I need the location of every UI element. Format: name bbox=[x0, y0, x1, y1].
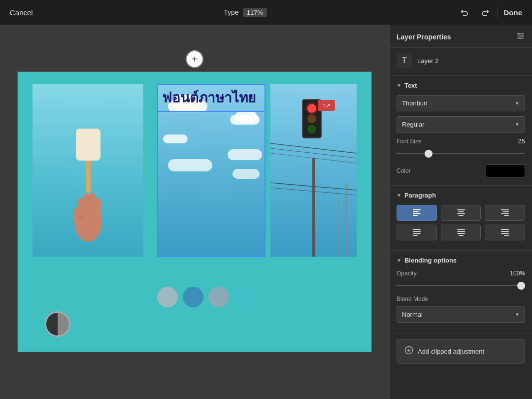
layer-name: Layer 2 bbox=[417, 57, 438, 65]
blend-mode-dropdown[interactable]: Normal ▼ bbox=[397, 306, 525, 323]
text-chevron-icon: ▼ bbox=[397, 83, 401, 88]
panel-settings-button[interactable] bbox=[516, 32, 525, 42]
paragraph-section-title: Paragraph bbox=[404, 192, 436, 199]
svg-point-19 bbox=[519, 37, 521, 39]
font-style-value: Regular bbox=[402, 121, 425, 128]
svg-rect-43 bbox=[504, 235, 509, 236]
color-swatch[interactable] bbox=[486, 165, 525, 177]
svg-rect-30 bbox=[501, 213, 509, 214]
opacity-row: Opacity 100% bbox=[397, 270, 525, 277]
undo-button[interactable] bbox=[458, 5, 472, 19]
right-panel: Layer Properties T Layer 2 ▼ Text bbox=[389, 25, 532, 399]
blend-mode-label-row: Blend Mode bbox=[397, 296, 525, 302]
svg-rect-31 bbox=[504, 215, 509, 216]
font-size-row: Font Size 25 bbox=[397, 137, 525, 145]
done-button[interactable]: Done bbox=[504, 8, 523, 17]
font-style-dropdown[interactable]: Regular ▼ bbox=[397, 116, 525, 133]
svg-rect-23 bbox=[413, 215, 418, 216]
blending-section-title: Blending options bbox=[404, 257, 457, 264]
separator bbox=[498, 6, 498, 18]
redo-button[interactable] bbox=[478, 5, 492, 19]
color-dot-4[interactable] bbox=[234, 287, 255, 307]
canvas-inner: + bbox=[18, 72, 371, 352]
color-dots bbox=[157, 287, 255, 307]
blend-mode-value: Normal bbox=[402, 311, 423, 318]
text-section-header[interactable]: ▼ Text bbox=[397, 82, 525, 89]
font-style-arrow-icon: ▼ bbox=[515, 122, 520, 127]
thai-text-overlay[interactable]: ฟอนต์ภาษาไทย bbox=[157, 84, 266, 112]
align-left-button[interactable] bbox=[397, 205, 437, 221]
paragraph-section-header[interactable]: ▼ Paragraph bbox=[397, 192, 525, 199]
svg-rect-20 bbox=[413, 209, 421, 210]
svg-rect-26 bbox=[457, 213, 465, 214]
opacity-slider[interactable] bbox=[397, 281, 525, 291]
svg-rect-21 bbox=[413, 211, 419, 212]
align-justify-right-button[interactable] bbox=[485, 225, 525, 240]
svg-point-6 bbox=[95, 198, 101, 215]
svg-point-17 bbox=[518, 33, 520, 34]
color-dot-2[interactable] bbox=[183, 287, 203, 307]
align-row-2 bbox=[397, 225, 525, 240]
opacity-value: 100% bbox=[510, 270, 525, 277]
color-row: Color bbox=[397, 165, 525, 177]
color-dot-1[interactable] bbox=[157, 287, 178, 307]
svg-rect-25 bbox=[458, 211, 464, 212]
layer-icon: T bbox=[402, 56, 407, 65]
add-clipped-button[interactable]: Add clipped adjustment bbox=[397, 339, 525, 364]
align-justify-left-button[interactable] bbox=[397, 225, 437, 240]
align-row-1 bbox=[397, 205, 525, 221]
layer-thumbnail: T bbox=[397, 53, 412, 68]
font-family-value: Thonburi bbox=[402, 100, 427, 107]
paragraph-chevron-icon: ▼ bbox=[397, 193, 401, 198]
color-label: Color bbox=[397, 167, 411, 174]
align-justify-center-button[interactable] bbox=[441, 225, 481, 240]
svg-point-7 bbox=[73, 208, 80, 222]
svg-point-18 bbox=[522, 35, 523, 37]
svg-rect-40 bbox=[501, 229, 509, 230]
svg-rect-34 bbox=[413, 233, 421, 234]
blend-mode-arrow-icon: ▼ bbox=[515, 312, 520, 317]
font-size-slider-track bbox=[397, 153, 525, 154]
svg-rect-27 bbox=[459, 215, 464, 216]
svg-rect-24 bbox=[457, 209, 465, 210]
svg-point-8 bbox=[78, 215, 84, 219]
panel-title: Layer Properties bbox=[397, 33, 451, 41]
layer-row: T Layer 2 bbox=[390, 48, 532, 76]
plus-icon: + bbox=[192, 54, 198, 65]
blending-chevron-icon: ▼ bbox=[397, 258, 401, 263]
cancel-button[interactable]: Cancel bbox=[10, 8, 33, 17]
svg-rect-39 bbox=[459, 235, 464, 236]
svg-rect-28 bbox=[501, 209, 509, 210]
color-picker-circle[interactable] bbox=[45, 311, 70, 337]
align-center-button[interactable] bbox=[441, 205, 481, 221]
opacity-slider-track bbox=[397, 285, 525, 286]
canvas[interactable]: + bbox=[17, 71, 372, 352]
topbar-left: Cancel bbox=[10, 8, 33, 17]
svg-rect-29 bbox=[503, 211, 509, 212]
svg-rect-35 bbox=[413, 235, 418, 236]
zoom-badge: 117% bbox=[243, 8, 267, 17]
svg-rect-32 bbox=[413, 229, 421, 230]
opacity-label: Opacity bbox=[397, 270, 417, 277]
svg-rect-22 bbox=[413, 213, 421, 214]
align-right-button[interactable] bbox=[485, 205, 525, 221]
svg-rect-1 bbox=[76, 129, 100, 161]
canvas-area: + bbox=[0, 25, 389, 399]
photo-left bbox=[33, 84, 143, 257]
svg-rect-38 bbox=[457, 233, 465, 234]
font-size-slider-thumb[interactable] bbox=[425, 150, 432, 158]
add-handle-button[interactable]: + bbox=[186, 50, 203, 68]
svg-line-9 bbox=[270, 143, 357, 153]
font-size-slider[interactable] bbox=[397, 149, 525, 159]
type-label: Type bbox=[224, 8, 238, 16]
photo-right: ↑↗ bbox=[270, 84, 357, 257]
opacity-slider-thumb[interactable] bbox=[517, 282, 525, 290]
blending-section-header[interactable]: ▼ Blending options bbox=[397, 257, 525, 264]
panel-header: Layer Properties bbox=[390, 25, 532, 48]
topbar-right: Done bbox=[458, 5, 523, 19]
svg-rect-36 bbox=[457, 229, 465, 230]
blending-section: ▼ Blending options Opacity 100% Blend Mo… bbox=[390, 251, 532, 334]
font-family-dropdown[interactable]: Thonburi ▼ bbox=[397, 95, 525, 111]
color-dot-3[interactable] bbox=[208, 287, 229, 307]
text-section-title: Text bbox=[404, 82, 417, 89]
